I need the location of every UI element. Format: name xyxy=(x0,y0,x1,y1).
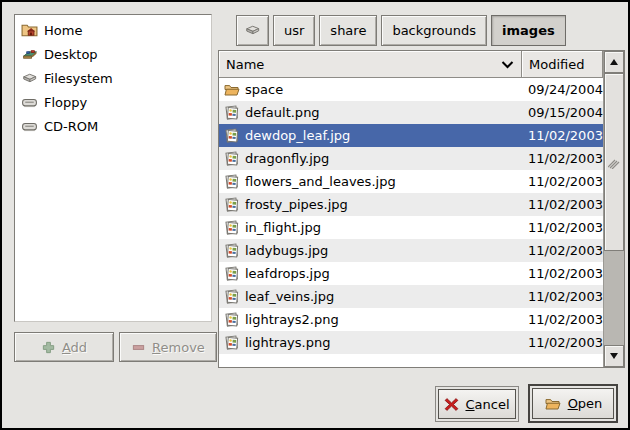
scroll-up-button[interactable] xyxy=(604,51,624,73)
file-row[interactable]: dragonfly.jpg 11/02/2003 xyxy=(219,147,603,170)
sidebar-item-cd-rom[interactable]: CD-ROM xyxy=(15,114,211,138)
file-row[interactable]: default.png 09/15/2004 xyxy=(219,101,603,124)
image-file-icon xyxy=(224,151,240,167)
file-row[interactable]: ladybugs.jpg 11/02/2003 xyxy=(219,239,603,262)
file-name: frosty_pipes.jpg xyxy=(245,197,348,212)
image-file-icon xyxy=(224,105,240,121)
add-button-label: Add xyxy=(62,340,87,355)
file-modified-date: 11/02/2003 xyxy=(522,197,603,212)
cancel-x-icon xyxy=(444,397,459,412)
file-name: flowers_and_leaves.jpg xyxy=(245,174,396,189)
sidebar-item-label: CD-ROM xyxy=(44,119,98,134)
cancel-button-label: Cancel xyxy=(465,397,509,412)
path-segment-share[interactable]: share xyxy=(319,15,377,46)
file-row[interactable]: in_flight.jpg 11/02/2003 xyxy=(219,216,603,239)
sidebar-item-home[interactable]: Home xyxy=(15,18,211,42)
column-header-modified[interactable]: Modified xyxy=(522,51,603,78)
file-name: space xyxy=(245,82,283,97)
remove-button[interactable]: Remove xyxy=(119,332,217,362)
file-modified-date: 11/02/2003 xyxy=(522,243,603,258)
path-segment-label: share xyxy=(330,23,366,38)
arrow-down-icon xyxy=(610,353,618,359)
file-name: lightrays2.png xyxy=(245,312,339,327)
sort-indicator-icon xyxy=(501,60,514,69)
file-row[interactable]: leaf_veins.jpg 11/02/2003 xyxy=(219,285,603,308)
path-segment-label: images xyxy=(502,23,555,38)
image-file-icon xyxy=(224,174,240,190)
file-row[interactable]: leafdrops.jpg 11/02/2003 xyxy=(219,262,603,285)
file-modified-date: 11/02/2003 xyxy=(522,266,603,281)
path-segment-images[interactable]: images xyxy=(491,15,566,46)
file-modified-date: 11/02/2003 xyxy=(522,220,603,235)
column-header-modified-label: Modified xyxy=(529,57,584,72)
image-file-icon xyxy=(224,266,240,282)
grip-icon xyxy=(608,155,620,169)
file-name: dragonfly.jpg xyxy=(245,151,329,166)
places-sidebar: Home Desktop Filesystem Floppy CD-ROM xyxy=(14,14,212,322)
drive-icon xyxy=(21,94,38,111)
disk-icon xyxy=(244,22,261,39)
minus-icon xyxy=(131,340,146,355)
open-button-label: Open xyxy=(568,396,603,411)
file-name: leaf_veins.jpg xyxy=(245,289,334,304)
path-segment-backgrounds[interactable]: backgrounds xyxy=(381,15,487,46)
open-folder-icon xyxy=(544,396,562,412)
file-name: dewdop_leaf.jpg xyxy=(245,128,350,143)
cancel-button-frame: Cancel xyxy=(435,386,519,422)
file-modified-date: 11/02/2003 xyxy=(522,174,603,189)
file-name: ladybugs.jpg xyxy=(245,243,328,258)
file-row[interactable]: space 09/24/2004 xyxy=(219,78,603,101)
file-chooser-dialog: Home Desktop Filesystem Floppy CD-ROM us… xyxy=(0,0,630,430)
file-modified-date: 09/15/2004 xyxy=(522,105,603,120)
image-file-icon xyxy=(224,243,240,259)
add-button[interactable]: Add xyxy=(14,332,114,362)
path-root-button[interactable] xyxy=(236,15,269,46)
file-name: in_flight.jpg xyxy=(245,220,321,235)
home-icon xyxy=(21,22,38,39)
image-file-icon xyxy=(224,289,240,305)
file-modified-date: 11/02/2003 xyxy=(522,335,603,350)
path-segment-label: backgrounds xyxy=(392,23,476,38)
file-row[interactable]: lightrays.png 11/02/2003 xyxy=(219,331,603,354)
image-file-icon xyxy=(224,197,240,213)
open-button-frame: Open xyxy=(528,384,618,423)
image-file-icon xyxy=(224,312,240,328)
folder-icon xyxy=(224,82,240,98)
desktop-icon xyxy=(21,46,38,63)
cancel-button[interactable]: Cancel xyxy=(438,389,516,419)
scroll-down-button[interactable] xyxy=(604,345,624,367)
sidebar-item-label: Floppy xyxy=(44,95,87,110)
plus-icon xyxy=(41,340,56,355)
file-modified-date: 11/02/2003 xyxy=(522,151,603,166)
file-modified-date: 11/02/2003 xyxy=(522,312,603,327)
scrollbar-trough[interactable] xyxy=(604,251,624,345)
file-row[interactable]: dewdop_leaf.jpg 11/02/2003 xyxy=(219,124,603,147)
column-headers: Name Modified xyxy=(219,51,603,78)
image-file-icon xyxy=(224,128,240,144)
path-segment-label: usr xyxy=(284,23,304,38)
path-segment-usr[interactable]: usr xyxy=(273,15,315,46)
file-list-panel: Name Modified space 09/24/2004 default.p… xyxy=(218,50,625,368)
sidebar-item-floppy[interactable]: Floppy xyxy=(15,90,211,114)
arrow-up-icon xyxy=(610,59,618,65)
file-name: leafdrops.jpg xyxy=(245,266,330,281)
disk-icon xyxy=(21,70,38,87)
open-button[interactable]: Open xyxy=(532,388,614,419)
file-row[interactable]: lightrays2.png 11/02/2003 xyxy=(219,308,603,331)
sidebar-item-desktop[interactable]: Desktop xyxy=(15,42,211,66)
file-name: lightrays.png xyxy=(245,335,330,350)
file-modified-date: 09/24/2004 xyxy=(522,82,603,97)
sidebar-item-label: Home xyxy=(44,23,82,38)
file-name: default.png xyxy=(245,105,320,120)
file-modified-date: 11/02/2003 xyxy=(522,128,603,143)
column-header-name[interactable]: Name xyxy=(219,51,522,78)
file-row[interactable]: flowers_and_leaves.jpg 11/02/2003 xyxy=(219,170,603,193)
drive-icon xyxy=(21,118,38,135)
column-header-name-label: Name xyxy=(226,57,264,72)
vertical-scrollbar[interactable] xyxy=(603,51,624,367)
file-row[interactable]: frosty_pipes.jpg 11/02/2003 xyxy=(219,193,603,216)
scrollbar-thumb[interactable] xyxy=(604,73,624,251)
sidebar-item-label: Filesystem xyxy=(44,71,113,86)
file-rows: space 09/24/2004 default.png 09/15/2004 … xyxy=(219,78,603,367)
sidebar-item-filesystem[interactable]: Filesystem xyxy=(15,66,211,90)
